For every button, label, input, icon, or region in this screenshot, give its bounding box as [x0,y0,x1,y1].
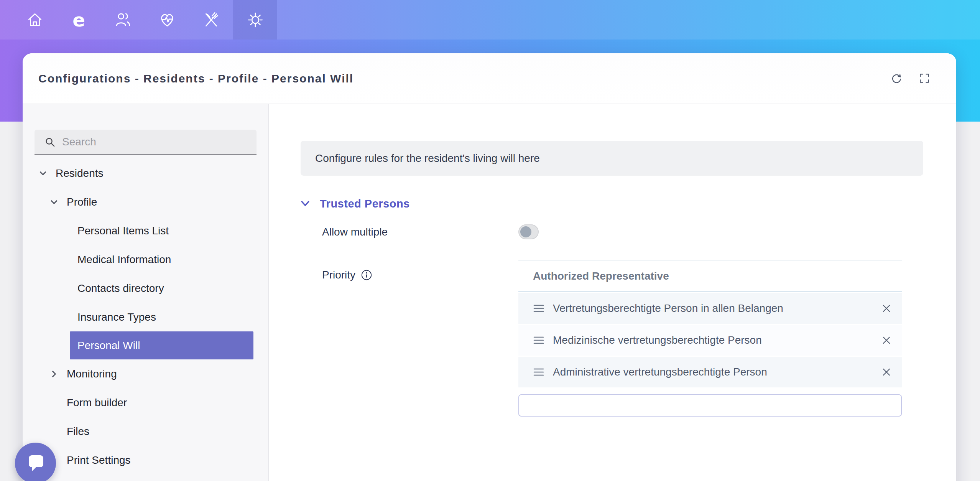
priority-row-vertretungsberechtigte-person-in-allen-belangen: Vertretungsberechtigte Person in allen B… [518,293,902,324]
top-navigation: e [0,0,980,40]
priority-row-label: Administrative vertretungsberechtigte Pe… [553,366,767,378]
chat-widget-button[interactable] [15,443,56,481]
priority-table-rows: Vertretungsberechtigte Person in allen B… [518,293,902,387]
sidebar-item-label: Personal Items List [77,225,169,237]
logo-e-icon: e [72,9,85,31]
allow-multiple-label: Allow multiple [322,226,518,238]
sidebar-item-files[interactable]: Files [23,417,268,446]
new-entry-input[interactable] [518,394,902,417]
priority-row-medizinische-vertretungsberechtigte-person: Medizinische vertretungsberechtigte Pers… [518,325,902,356]
breadcrumb: Configurations - Residents - Profile - P… [38,72,354,85]
sidebar-item-form-builder[interactable]: Form builder [23,388,268,417]
fullscreen-button[interactable] [918,72,931,85]
sidebar-tree: ResidentsProfilePersonal Items ListMedic… [23,159,268,474]
sidebar-item-monitoring[interactable]: Monitoring [23,359,268,388]
content-card: Configurations - Residents - Profile - P… [23,53,956,481]
chevron-down-icon [49,199,59,206]
refresh-button[interactable] [890,72,903,85]
sidebar-item-label: Monitoring [67,368,117,380]
sidebar-item-label: Files [67,425,89,438]
sidebar-item-label: Print Settings [67,454,131,466]
drag-handle-icon[interactable] [533,367,544,377]
residents-people-icon [114,11,132,29]
nav-home[interactable] [13,0,57,40]
settings-gear-icon [247,11,264,29]
search-input[interactable] [62,136,249,148]
close-icon [882,304,891,313]
drag-handle-icon[interactable] [533,304,544,313]
sidebar-item-personal-items-list[interactable]: Personal Items List [23,216,268,245]
sidebar-item-contacts-directory[interactable]: Contacts directory [23,274,268,303]
chat-bubble-icon [26,453,46,472]
remove-row-button[interactable] [882,304,891,313]
priority-table: Authorized Representative Vertretungsber… [518,260,902,387]
sidebar-item-insurance-types[interactable]: Insurance Types [23,303,268,331]
info-icon[interactable] [361,269,372,281]
update-row: Update [518,447,956,475]
health-heart-pulse-icon [158,11,176,29]
sidebar-item-label: Profile [67,196,97,208]
sidebar-item-label: Contacts directory [77,282,164,295]
sidebar-item-personal-will[interactable]: Personal Will [70,331,253,359]
nav-health[interactable] [145,0,189,40]
main-panel: Configure rules for the resident's livin… [269,104,956,481]
drag-handle-icon[interactable] [533,336,544,345]
chevron-down-icon [301,200,310,208]
sidebar-item-medical-information[interactable]: Medical Information [23,245,268,274]
sidebar-item-label: Personal Will [77,339,140,352]
close-icon [882,367,891,377]
sidebar-item-label: Medical Information [77,254,171,266]
priority-row-label: Medizinische vertretungsberechtigte Pers… [553,334,762,346]
nav-logo[interactable]: e [57,0,101,40]
home-icon [26,11,44,29]
search-icon [44,137,55,147]
priority-controls: Authorized Representative Vertretungsber… [518,260,956,475]
sidebar-item-label: Form builder [67,397,127,409]
sidebar-item-profile[interactable]: Profile [23,188,268,216]
section-trusted-persons[interactable]: Trusted Persons [301,196,923,211]
remove-row-button[interactable] [882,367,891,377]
allow-multiple-row: Allow multiple [301,224,923,239]
toggle-knob [520,226,531,237]
sidebar-item-label: Residents [56,167,104,180]
sidebar-search-box [35,130,257,155]
chevron-down-icon [38,170,48,177]
refresh-icon [890,72,902,84]
nav-residents[interactable] [101,0,145,40]
titlebar-actions [890,72,931,85]
fullscreen-icon [918,72,931,84]
titlebar: Configurations - Residents - Profile - P… [23,53,956,104]
info-banner: Configure rules for the resident's livin… [301,141,923,176]
sidebar-item-label: Insurance Types [77,311,156,323]
sidebar-item-print-settings[interactable]: Print Settings [23,446,268,474]
meals-utensils-icon [202,11,220,29]
section-title: Trusted Persons [320,198,410,210]
priority-row: Priority Authorized Representative Vertr… [301,260,923,475]
sidebar: ResidentsProfilePersonal Items ListMedic… [23,104,269,481]
priority-row-administrative-vertretungsberechtigte-person: Administrative vertretungsberechtigte Pe… [518,357,902,387]
close-icon [882,336,891,345]
nav-settings[interactable] [233,0,277,40]
allow-multiple-toggle[interactable] [518,224,539,239]
nav-meals[interactable] [189,0,233,40]
sidebar-item-residents[interactable]: Residents [23,159,268,188]
chevron-right-icon [49,371,59,377]
priority-row-label: Vertretungsberechtigte Person in allen B… [553,302,783,315]
remove-row-button[interactable] [882,336,891,345]
priority-table-header: Authorized Representative [518,260,902,292]
priority-label: Priority [322,260,518,281]
